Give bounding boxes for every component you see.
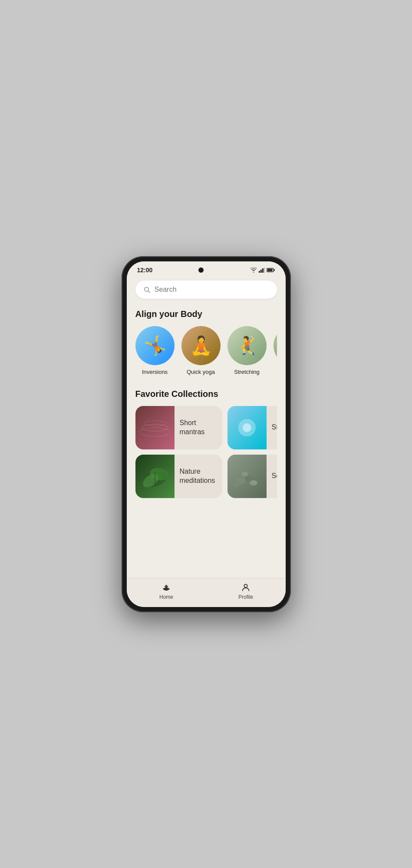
search-icon <box>143 286 150 294</box>
nav-label-profile: Profile <box>238 594 253 600</box>
status-icons <box>250 267 275 273</box>
circle-img-stretching: 🤾 <box>227 326 267 365</box>
phone-shell: 12:00 <box>122 256 291 612</box>
collections-section: Favorite Collections <box>135 389 277 498</box>
collections-left-column: Short mantras <box>135 406 222 498</box>
circle-item-inversions[interactable]: 🤸 Inversions <box>135 326 175 375</box>
collection-thumb-mantras <box>135 406 175 449</box>
battery-icon <box>267 267 275 273</box>
collection-label-stress: Stre... <box>267 423 277 432</box>
collection-label-nature-meditations: Nature meditations <box>175 467 222 485</box>
bottom-spacer <box>135 507 277 541</box>
signal-icon <box>259 267 265 273</box>
nav-item-home[interactable]: Home <box>127 583 206 600</box>
collections-grid: Short mantras <box>135 406 277 498</box>
main-content: Align your Body 🤸 Inversions 🧘 Quick yog… <box>127 276 286 578</box>
svg-point-27 <box>244 584 247 587</box>
circle-img-inversions: 🤸 <box>135 326 175 365</box>
svg-rect-2 <box>262 268 264 273</box>
svg-rect-6 <box>267 269 272 271</box>
circle-label-inversions: Inversions <box>142 369 168 375</box>
status-bar: 12:00 <box>127 261 286 276</box>
camera-dot <box>198 267 204 273</box>
nav-item-profile[interactable]: Profile <box>206 583 286 600</box>
svg-rect-5 <box>274 269 275 271</box>
collections-title: Favorite Collections <box>135 389 277 399</box>
circle-img-tabata: 🏋️ <box>274 326 277 365</box>
collection-thumb-self <box>227 455 267 498</box>
circle-item-stretching[interactable]: 🤾 Stretching <box>227 326 267 375</box>
circle-label-stretching: Stretching <box>234 369 260 375</box>
align-section-title: Align your Body <box>135 309 277 319</box>
profile-icon <box>241 583 250 592</box>
bottom-nav: Home Profile <box>127 578 286 607</box>
collection-label-short-mantras: Short mantras <box>175 419 222 437</box>
svg-rect-0 <box>259 271 260 273</box>
svg-rect-3 <box>264 267 265 273</box>
collections-right-column: Stre... <box>227 406 277 498</box>
circle-item-quickyoga[interactable]: 🧘 Quick yoga <box>181 326 221 375</box>
svg-line-8 <box>148 291 150 293</box>
circle-img-quickyoga: 🧘 <box>181 326 221 365</box>
collection-label-self: Self... <box>267 472 277 481</box>
wifi-icon <box>250 267 257 273</box>
collection-thumb-nature <box>135 455 175 498</box>
svg-point-20 <box>243 423 251 432</box>
svg-point-25 <box>250 480 257 485</box>
svg-rect-1 <box>260 270 262 273</box>
search-bar[interactable] <box>135 281 277 299</box>
collection-card-stress[interactable]: Stre... <box>227 406 277 449</box>
collection-card-short-mantras[interactable]: Short mantras <box>135 406 222 449</box>
home-icon <box>161 583 171 592</box>
status-time: 12:00 <box>137 267 153 274</box>
nav-label-home: Home <box>159 594 173 600</box>
circle-item-tabata[interactable]: 🏋️ Tabata <box>274 326 277 375</box>
align-body-section: Align your Body 🤸 Inversions 🧘 Quick yog… <box>135 309 277 377</box>
phone-screen: 12:00 <box>127 261 286 607</box>
svg-point-26 <box>233 483 239 487</box>
collection-card-nature-meditations[interactable]: Nature meditations <box>135 455 222 498</box>
svg-point-24 <box>241 472 248 477</box>
collection-card-self[interactable]: Self... <box>227 455 277 498</box>
circle-label-quickyoga: Quick yoga <box>187 369 215 375</box>
search-input[interactable] <box>155 286 269 294</box>
collection-thumb-stress <box>227 406 267 449</box>
circles-row: 🤸 Inversions 🧘 Quick yoga 🤾 <box>135 326 277 377</box>
